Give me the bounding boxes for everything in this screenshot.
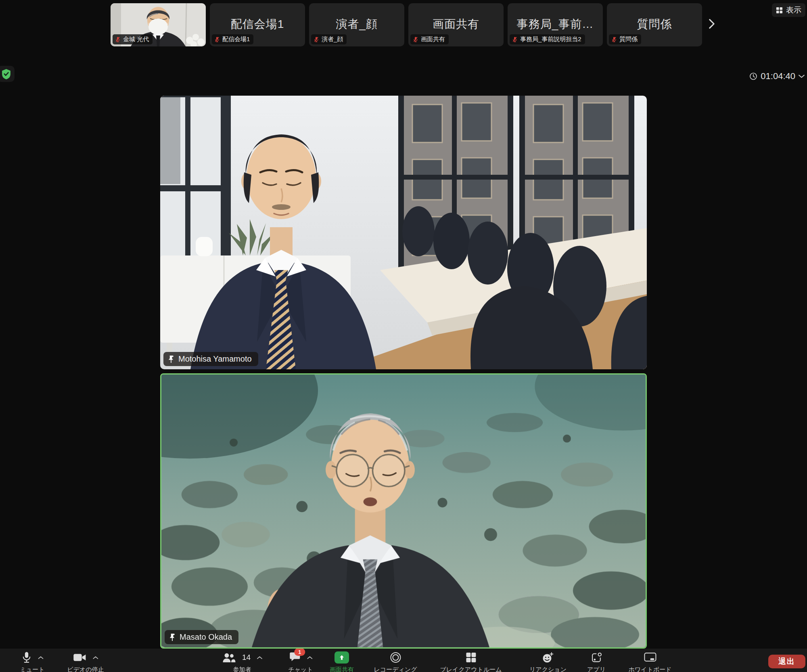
chevron-right-icon	[709, 19, 715, 29]
stop-video-label: ビデオの停止	[67, 666, 104, 672]
mic-muted-icon	[214, 36, 220, 43]
breakout-rooms-button[interactable]: ブレイクアウトルーム	[440, 651, 502, 672]
participant-count: 14	[242, 653, 251, 662]
participant-name-badge: 配信会場1	[212, 34, 253, 44]
video-motohisa-yamamoto[interactable]: Motohisa Yamamoto	[160, 96, 647, 369]
video-participant-name: Masato Okada	[180, 632, 232, 642]
filmstrip-next-button[interactable]	[707, 17, 717, 32]
participant-name: 配信会場1	[222, 36, 250, 43]
record-icon	[389, 651, 401, 664]
chevron-up-icon[interactable]	[93, 656, 98, 659]
participant-name-badge: 事務局_事前説明担当2	[510, 34, 585, 44]
share-screen-label: 画面共有	[330, 666, 354, 672]
whiteboard-label: ホワイトボード	[628, 666, 671, 672]
mic-icon	[21, 651, 31, 664]
apps-icon	[591, 652, 602, 664]
participant-name: 演者_顔	[322, 36, 343, 43]
participant-display-name: 画面共有	[433, 17, 479, 32]
shield-check-icon	[1, 69, 11, 80]
mute-button[interactable]: ミュート	[20, 651, 44, 672]
reactions-button[interactable]: リアクション	[529, 651, 567, 672]
participant-name: 質問係	[619, 36, 638, 43]
mic-muted-icon	[115, 36, 121, 43]
record-label: レコーディング	[374, 666, 417, 672]
chevron-up-icon[interactable]	[38, 656, 43, 659]
participant-display-name: 質問係	[637, 17, 672, 32]
participant-filmstrip: 金城 光代 配信会場1 配信会場1 演者_顔 演者_顔 画面共有 画面共有	[0, 0, 807, 50]
reactions-icon	[542, 652, 554, 664]
filmstrip-tile-kinjo[interactable]: 金城 光代	[111, 3, 206, 46]
meeting-timer: 01:04:40	[749, 71, 805, 82]
participant-display-name: 配信会場1	[231, 17, 284, 32]
participant-display-name: 事務局_事前…	[517, 17, 594, 32]
chevron-up-icon[interactable]	[257, 656, 262, 659]
video-name-badge: Masato Okada	[165, 630, 238, 644]
breakout-rooms-label: ブレイクアウトルーム	[440, 666, 502, 672]
whiteboard-icon	[644, 652, 656, 663]
record-button[interactable]: レコーディング	[374, 651, 417, 672]
participants-label: 参加者	[233, 666, 251, 672]
participant-name-badge: 金城 光代	[113, 34, 153, 44]
participants-button[interactable]: 14 参加者	[222, 651, 262, 672]
participant-name: 画面共有	[421, 36, 445, 43]
clock-icon	[749, 72, 757, 80]
filmstrip-tile-ensha[interactable]: 演者_顔 演者_顔	[309, 3, 404, 46]
filmstrip-tile-gamen[interactable]: 画面共有 画面共有	[408, 3, 504, 46]
meeting-toolbar: ミュート ビデオの停止 14	[0, 649, 807, 672]
view-button-label: 表示	[786, 5, 801, 15]
participant-name-badge: 演者_顔	[311, 34, 347, 44]
chat-badge: 1	[294, 649, 305, 656]
stop-video-button[interactable]: ビデオの停止	[67, 651, 104, 672]
video-feed-underwater	[161, 375, 646, 647]
leave-button[interactable]: 退出	[768, 655, 805, 668]
participants-icon	[222, 652, 236, 663]
apps-button[interactable]: アプリ	[587, 651, 606, 672]
meeting-timer-value: 01:04:40	[761, 71, 795, 82]
pin-icon	[167, 355, 175, 363]
share-screen-icon	[335, 651, 349, 664]
reactions-label: リアクション	[529, 666, 567, 672]
video-participant-name: Motohisa Yamamoto	[178, 354, 252, 364]
mic-muted-icon	[512, 36, 518, 43]
security-shield-button[interactable]	[0, 66, 15, 82]
participant-display-name: 演者_顔	[336, 17, 378, 32]
gallery-view-icon	[776, 7, 783, 14]
mute-label: ミュート	[20, 666, 44, 672]
mic-muted-icon	[611, 36, 617, 43]
view-button[interactable]: 表示	[772, 3, 805, 17]
camera-icon	[73, 653, 86, 662]
filmstrip-tile-shitsumon[interactable]: 質問係 質問係	[607, 3, 702, 46]
pin-icon	[169, 633, 176, 641]
chevron-up-icon[interactable]	[307, 656, 312, 659]
breakout-rooms-icon	[465, 652, 477, 663]
participant-name-badge: 質問係	[609, 34, 641, 44]
video-name-badge: Motohisa Yamamoto	[163, 352, 258, 366]
chevron-down-icon[interactable]	[799, 74, 805, 78]
participant-name: 事務局_事前説明担当2	[520, 36, 581, 43]
chat-label: チャット	[288, 666, 313, 672]
participant-name: 金城 光代	[123, 36, 149, 43]
participant-name-badge: 画面共有	[410, 34, 449, 44]
whiteboard-button[interactable]: ホワイトボード	[628, 651, 671, 672]
chat-button[interactable]: 1 チャット	[288, 651, 313, 672]
video-feed-office	[160, 96, 647, 369]
mic-muted-icon	[313, 36, 320, 43]
share-screen-button[interactable]: 画面共有	[330, 651, 354, 672]
filmstrip-tile-haishin[interactable]: 配信会場1 配信会場1	[210, 3, 305, 46]
video-masato-okada[interactable]: Masato Okada	[160, 373, 647, 649]
filmstrip-tile-jimukyoku[interactable]: 事務局_事前… 事務局_事前説明担当2	[508, 3, 603, 46]
mic-muted-icon	[412, 36, 419, 43]
apps-label: アプリ	[587, 666, 606, 672]
